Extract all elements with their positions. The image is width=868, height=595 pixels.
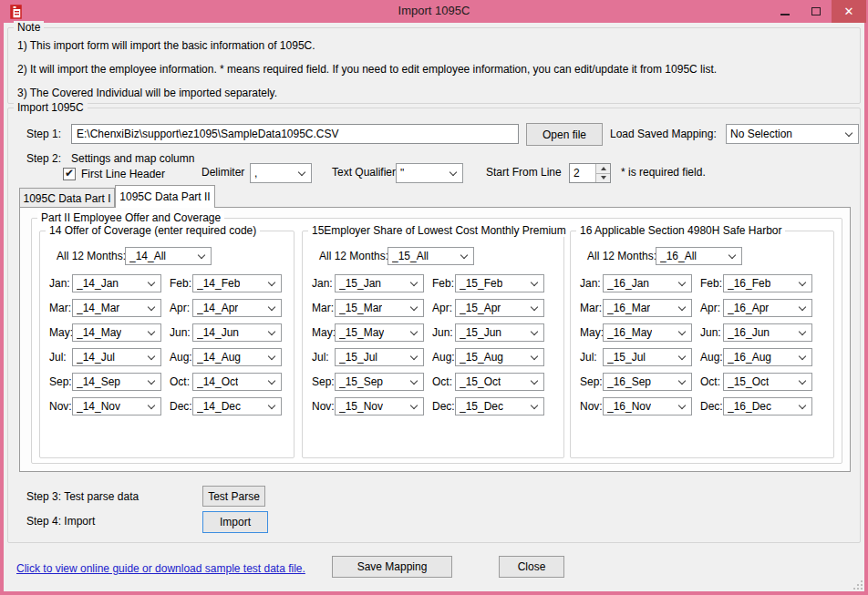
combo-14-jun[interactable]: _14_Jun xyxy=(192,323,282,342)
chevron-down-icon xyxy=(410,353,418,360)
combo-16-jan[interactable]: _16_Jan xyxy=(603,274,692,292)
combo-16-sep[interactable]: _16_Sep xyxy=(603,373,692,391)
tab-1095c-data-part-2[interactable]: 1095C Data Part II xyxy=(115,185,215,208)
combo-16-feb[interactable]: _16_Feb xyxy=(723,274,812,292)
month-label-feb: Feb: xyxy=(161,277,192,290)
first-line-header-checkbox[interactable]: ✔ First Line Header xyxy=(63,168,165,180)
combo-15-may[interactable]: _15_May xyxy=(335,323,424,342)
combo-15-sep[interactable]: _15_Sep xyxy=(335,373,424,391)
month-label-dec: Dec: xyxy=(424,400,455,413)
note-group-label: Note xyxy=(14,21,44,34)
combo-15-jul[interactable]: _15_Jul xyxy=(335,348,424,366)
month-label-oct: Oct: xyxy=(161,375,192,388)
combo-14-aug[interactable]: _14_Aug xyxy=(192,348,282,366)
stepper-up-button[interactable] xyxy=(596,164,610,173)
resize-grip[interactable] xyxy=(852,579,863,590)
combo-15-dec[interactable]: _15_Dec xyxy=(455,397,544,415)
combo-14-may[interactable]: _14_May xyxy=(72,323,161,342)
combo-16-apr[interactable]: _16_Apr xyxy=(723,299,812,317)
combo-15-oct[interactable]: _15_Oct xyxy=(723,373,812,391)
stepper-down-button[interactable] xyxy=(596,173,610,183)
combo-14-dec[interactable]: _14_Dec xyxy=(192,397,282,415)
combo-15-all[interactable]: _15_All xyxy=(388,247,474,265)
month-label-mar: Mar: xyxy=(49,302,72,314)
test-parse-button[interactable]: Test Parse xyxy=(202,486,265,507)
combo-16-dec[interactable]: _16_Dec xyxy=(723,397,812,415)
chevron-down-icon xyxy=(268,402,275,409)
month-label-nov: Nov: xyxy=(49,400,72,413)
text-qualifier-select[interactable]: " xyxy=(396,163,463,183)
file-path-input[interactable]: E:\ChenxiBiz\support\ez1095\SampleData10… xyxy=(71,124,519,144)
month-label-nov: Nov: xyxy=(312,400,335,413)
combo-14-apr[interactable]: _14_Apr xyxy=(192,299,282,317)
chevron-down-icon xyxy=(531,353,538,360)
delimiter-value: , xyxy=(254,167,257,180)
chevron-down-icon xyxy=(678,303,686,311)
tab-1095c-data-part-1[interactable]: 1095C Data Part I xyxy=(19,188,115,208)
combo-15-jul[interactable]: _15_Jul xyxy=(603,348,692,366)
online-guide-link[interactable]: Click to view online guide or download s… xyxy=(16,562,305,575)
combo-15-aug[interactable]: _15_Aug xyxy=(455,348,544,366)
close-icon: ✕ xyxy=(844,5,854,18)
combo-16-all[interactable]: _16_All xyxy=(656,247,742,265)
group-14-title: 14 Offer of Coverage (enter required cod… xyxy=(46,224,260,237)
group-15-employer-share: 15Employer Share of Lowest Cost Monthly … xyxy=(302,231,564,458)
chevron-down-icon xyxy=(148,353,155,360)
combo-15-oct[interactable]: _15_Oct xyxy=(455,373,544,391)
all-12-months-label: All 12 Months: xyxy=(319,250,388,262)
file-path-value: E:\ChenxiBiz\support\ez1095\SampleData10… xyxy=(77,128,339,140)
combo-15-jun[interactable]: _15_Jun xyxy=(455,323,544,342)
load-saved-mapping-label: Load Saved Mapping: xyxy=(610,128,717,140)
combo-15-mar[interactable]: _15_Mar xyxy=(335,299,424,317)
month-label-jan: Jan: xyxy=(49,277,72,290)
chevron-down-icon xyxy=(268,377,275,385)
chevron-down-icon xyxy=(198,251,205,259)
combo-14-mar[interactable]: _14_Mar xyxy=(72,299,161,317)
combo-16-nov[interactable]: _16_Nov xyxy=(603,397,692,415)
combo-16-may[interactable]: _16_May xyxy=(603,323,692,342)
combo-15-feb[interactable]: _15_Feb xyxy=(455,274,544,292)
combo-14-jan[interactable]: _14_Jan xyxy=(72,274,161,292)
chevron-down-icon xyxy=(678,279,686,286)
chevron-down-icon xyxy=(531,402,538,409)
close-dialog-button[interactable]: Close xyxy=(499,556,564,578)
combo-16-aug[interactable]: _16_Aug xyxy=(723,348,812,366)
month-label-jul: Jul: xyxy=(49,351,72,364)
maximize-button[interactable] xyxy=(801,0,832,23)
combo-15-apr[interactable]: _15_Apr xyxy=(455,299,544,317)
start-from-line-stepper[interactable]: 2 xyxy=(569,163,611,183)
combo-14-jul[interactable]: _14_Jul xyxy=(72,348,161,366)
combo-14-feb[interactable]: _14_Feb xyxy=(192,274,282,292)
group-15-title: 15Employer Share of Lowest Cost Monthly … xyxy=(308,224,570,237)
month-label-dec: Dec: xyxy=(692,400,723,413)
month-label-jan: Jan: xyxy=(580,277,603,290)
combo-16-jun[interactable]: _16_Jun xyxy=(723,323,812,342)
import-button[interactable]: Import xyxy=(202,511,268,533)
title-bar: Import 1095C ✕ xyxy=(0,0,868,23)
step2-sublabel: Settings and map column xyxy=(71,152,194,165)
step4-label: Step 4: Import xyxy=(26,515,95,528)
combo-15-nov[interactable]: _15_Nov xyxy=(335,397,424,415)
combo-14-all[interactable]: _14_All xyxy=(125,247,212,265)
delimiter-label: Delimiter xyxy=(202,166,244,179)
combo-14-oct[interactable]: _14_Oct xyxy=(192,373,282,391)
combo-15-jan[interactable]: _15_Jan xyxy=(335,274,424,292)
chevron-down-icon xyxy=(148,279,155,286)
combo-14-sep[interactable]: _14_Sep xyxy=(72,373,161,391)
chevron-down-icon xyxy=(531,377,538,385)
chevron-down-icon xyxy=(450,169,457,176)
close-button[interactable]: ✕ xyxy=(832,0,866,23)
open-file-button[interactable]: Open file xyxy=(526,123,603,146)
minimize-button[interactable] xyxy=(770,0,801,23)
dialog-client-area: Note 1) This import form will import the… xyxy=(4,23,864,591)
required-field-note: * is required field. xyxy=(621,166,706,179)
combo-16-mar[interactable]: _16_Mar xyxy=(603,299,692,317)
combo-14-nov[interactable]: _14_Nov xyxy=(72,397,161,415)
chevron-down-icon xyxy=(531,303,538,311)
month-label-apr: Apr: xyxy=(424,302,455,314)
load-saved-mapping-select[interactable]: No Selection xyxy=(726,124,859,144)
load-saved-mapping-value: No Selection xyxy=(730,128,792,140)
note-line-3: 3) The Covered Individual will be import… xyxy=(17,87,277,99)
save-mapping-button[interactable]: Save Mapping xyxy=(332,556,452,578)
delimiter-select[interactable]: , xyxy=(250,163,312,183)
